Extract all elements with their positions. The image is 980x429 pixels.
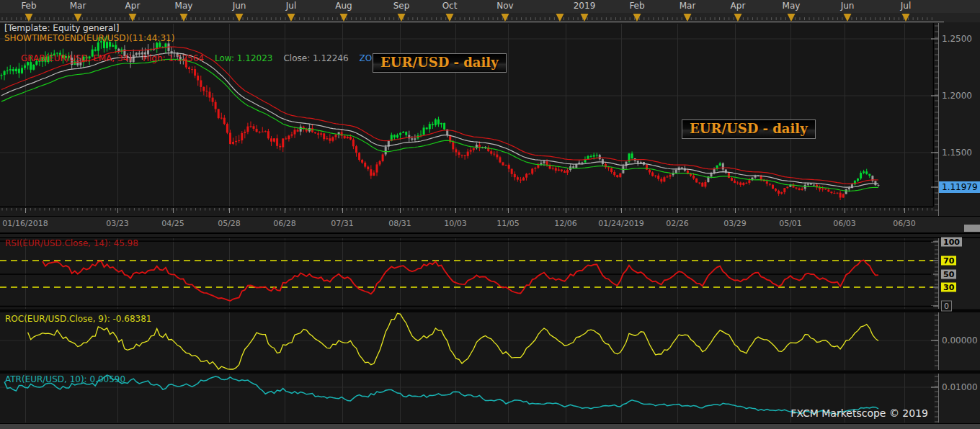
session-low-value: Low: 1.12023	[215, 53, 272, 63]
showtime-indicator-label: SHOWTIMETOEND(EUR/USD)(11:44:31)	[4, 33, 174, 43]
session-high-value: High: 1.12564	[143, 53, 204, 63]
price-tick-label: 1.2000	[942, 91, 972, 101]
grab-indicator-label: GRAB(EUR/USD, EMA, 34)	[21, 53, 132, 63]
rsi-level-badge: 50	[941, 270, 956, 279]
session-close-value: Close: 1.12246	[283, 53, 348, 63]
current-price-tag: 1.11979	[939, 181, 980, 193]
roc-indicator-label: ROC(EUR/USD.Close, 9): -0.68381	[5, 314, 152, 324]
chart-window: FebMarAprMayJunJulAugSepOctNov2019FebMar…	[0, 0, 980, 429]
chart-title-badge-2: EUR/USD - daily	[682, 119, 816, 139]
rsi-indicator-label: RSI(EUR/USD.Close, 14): 45.98	[5, 238, 138, 248]
window-bottom-bar[interactable]	[0, 423, 980, 429]
price-tick-label: 1.2500	[942, 34, 972, 44]
rsi-level-badge: 70	[941, 256, 956, 266]
rsi-level-badge: 30	[941, 283, 956, 292]
atr-indicator-label: ATR(EUR/USD, 10): 0.00590	[5, 374, 125, 384]
rsi-level-badge: 0	[941, 301, 952, 312]
chart-title-badge: EUR/USD - daily	[373, 53, 507, 73]
grab-values-line: GRAB(EUR/USD, EMA, 34)High: 1.12564Low: …	[4, 43, 395, 73]
atr-tick-label: 0.01000	[942, 382, 978, 392]
scrollbar-button[interactable]	[964, 225, 980, 232]
watermark: FXCM Marketscope © 2019	[790, 407, 928, 419]
roc-tick-label: 0.00000	[942, 335, 978, 346]
rsi-level-badge: 100	[941, 238, 962, 247]
price-tick-label: 1.1500	[942, 148, 972, 158]
template-label: [Template: Equity general]	[4, 23, 119, 33]
